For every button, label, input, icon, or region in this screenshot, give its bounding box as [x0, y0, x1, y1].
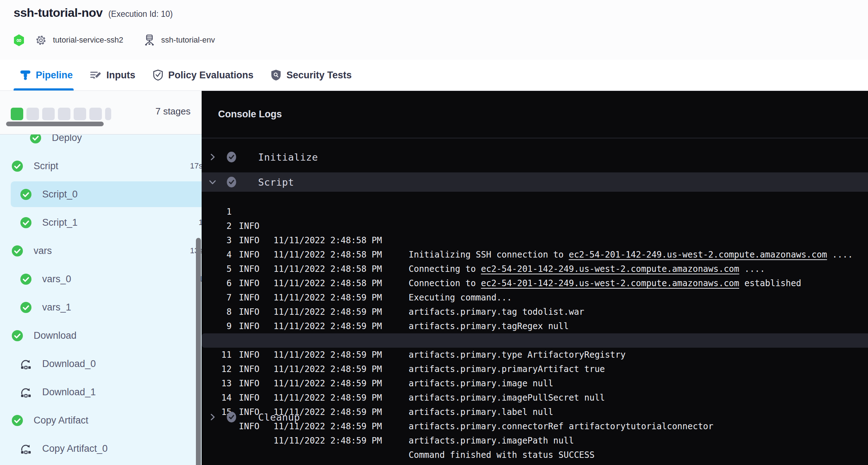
log-row[interactable]: 9 INFO 11/11/2022 2:48:59 PM artifacts.p…	[202, 305, 868, 319]
stage-label: Script	[34, 161, 58, 172]
stage-duration: 16s	[199, 218, 202, 227]
stage-minimap-square[interactable]	[105, 108, 111, 120]
stage-minimap-square[interactable]	[58, 108, 70, 120]
environment-label[interactable]: ssh-tutorial-env	[161, 35, 215, 45]
tab-label: Policy Evaluations	[168, 70, 254, 81]
stage-label: Copy Artifact_0	[42, 443, 108, 454]
stage-label: Script_1	[42, 217, 78, 228]
log-timestamp: 11/11/2022 2:48:59 PM	[273, 434, 382, 448]
stage-row[interactable]: Copy Artifact	[0, 407, 202, 433]
tab-label: Security Tests	[286, 70, 352, 81]
chevron-right-icon[interactable]	[208, 413, 217, 422]
stage-status-icon	[20, 217, 31, 228]
policy-evaluations-icon	[153, 69, 163, 81]
stage-minimap-square[interactable]	[11, 108, 23, 120]
console-divider	[202, 138, 868, 138]
stage-status-icon	[20, 443, 31, 454]
log-row[interactable]: 3 INFO 11/11/2022 2:48:58 PM Connection …	[202, 219, 868, 233]
cd-module-icon: ∞	[14, 34, 24, 46]
log-row[interactable]: 14 INFO 11/11/2022 2:48:59 PM artifacts.…	[202, 376, 868, 391]
section-label: Initialize	[258, 152, 318, 163]
console-logs-title: Console Logs	[218, 109, 282, 120]
stage-row[interactable]: vars_1 2s	[0, 294, 202, 320]
log-row[interactable]: 8 INFO 11/11/2022 2:48:59 PM artifacts.p…	[202, 290, 868, 305]
section-label: Script	[258, 177, 294, 188]
stage-minimap-square[interactable]	[74, 108, 86, 120]
stage-label: Download_1	[42, 387, 96, 398]
log-row[interactable]: 4 INFO 11/11/2022 2:48:58 PM Executing c…	[202, 233, 868, 248]
stage-row[interactable]: Script_1 16s	[0, 210, 202, 235]
stage-count-label: 7 stages	[156, 106, 191, 117]
log-row[interactable]: 10 INFO 11/11/2022 2:48:59 PM artifacts.…	[202, 319, 868, 333]
sidebar-vertical-scrollbar[interactable]	[196, 238, 201, 465]
stage-row[interactable]: Download	[0, 323, 202, 348]
tab-inputs[interactable]: Inputs	[90, 60, 135, 90]
stage-sidebar: Deploy 29s Script 17s	[0, 91, 202, 465]
stage-row[interactable]: vars 13s	[0, 238, 202, 264]
stage-label: vars_0	[42, 274, 71, 285]
service-gear-icon	[35, 35, 46, 46]
log-row[interactable]: 15 INFO 11/11/2022 2:48:59 PM Command fi…	[202, 391, 868, 405]
section-label: Cleanup	[258, 412, 300, 423]
tab-label: Inputs	[107, 70, 135, 81]
pipeline-icon	[20, 70, 31, 80]
stage-progress-block: 7 stages	[0, 91, 202, 134]
log-row[interactable]: 6 INFO 11/11/2022 2:48:59 PM artifacts.p…	[202, 262, 868, 276]
stage-status-icon	[12, 415, 23, 426]
stage-label: vars	[34, 245, 52, 256]
stage-row[interactable]: Download_1	[0, 379, 202, 405]
log-message: artifacts.primary.imagePath null	[409, 434, 574, 448]
tab-security-tests[interactable]: Security Tests	[271, 60, 352, 90]
stage-status-icon	[20, 358, 31, 369]
tab-label: Pipeline	[36, 70, 73, 81]
header-meta-row: ∞ tutorial-service-ssh2	[14, 33, 215, 47]
execution-id-label: (Execution Id: 10)	[108, 9, 173, 19]
stage-status-icon	[20, 302, 31, 313]
console-section-cleanup[interactable]: Cleanup	[202, 408, 868, 426]
stage-row[interactable]: vars_0 12s	[0, 266, 202, 292]
section-success-badge-icon	[227, 412, 236, 423]
log-row[interactable]: 11 INFO 11/11/2022 2:48:59 PM artifacts.…	[202, 333, 868, 348]
stage-selected-background	[11, 181, 202, 207]
security-tests-icon	[271, 69, 281, 81]
log-row[interactable]: 7 INFO 11/11/2022 2:48:59 PM artifacts.p…	[202, 276, 868, 290]
stage-minimap[interactable]	[11, 108, 111, 120]
section-success-badge-icon	[227, 177, 236, 188]
stage-minimap-square[interactable]	[42, 108, 55, 120]
chevron-right-icon[interactable]	[208, 153, 217, 162]
stage-label: vars_1	[42, 302, 71, 313]
console-section-script[interactable]: Script	[202, 172, 868, 192]
page-title: ssh-tutorial-nov	[14, 6, 103, 20]
stage-status-icon	[20, 189, 31, 200]
stage-status-icon	[12, 161, 23, 172]
stage-minimap-square[interactable]	[26, 108, 39, 120]
log-row[interactable]: 1 INFO 11/11/2022 2:48:58 PM Initializin…	[202, 190, 868, 205]
console-section-initialize[interactable]: Initialize	[202, 148, 868, 166]
stage-status-icon	[12, 330, 23, 341]
svg-text:∞: ∞	[16, 36, 22, 44]
inputs-icon	[90, 70, 102, 80]
service-label[interactable]: tutorial-service-ssh2	[53, 35, 123, 45]
stage-row[interactable]: Script 17s	[0, 153, 202, 179]
log-row[interactable]: 2 INFO 11/11/2022 2:48:58 PM Connecting …	[202, 205, 868, 219]
execution-page: ssh-tutorial-nov (Execution Id: 10) ∞ tu…	[0, 0, 868, 465]
minimap-horizontal-scrollbar[interactable]	[6, 122, 104, 126]
stage-status-icon	[12, 245, 23, 256]
stage-label: Download	[34, 330, 77, 341]
log-message: Command finished with status SUCCESS	[409, 448, 595, 462]
log-rows: 1 INFO 11/11/2022 2:48:58 PM Initializin…	[202, 190, 868, 405]
stage-label: Download_0	[42, 358, 96, 369]
stage-row[interactable]: Download_0	[0, 351, 202, 377]
stage-label: Script_0	[42, 189, 78, 200]
stage-status-icon	[20, 387, 31, 398]
log-row[interactable]: 12 INFO 11/11/2022 2:48:59 PM artifacts.…	[202, 348, 868, 362]
stage-duration: 17s	[190, 161, 202, 171]
tab-pipeline[interactable]: Pipeline	[20, 60, 73, 90]
tab-policy-evaluations[interactable]: Policy Evaluations	[153, 60, 254, 90]
stage-minimap-square[interactable]	[89, 108, 102, 120]
stage-row[interactable]: Script_0 9s	[0, 181, 202, 207]
log-row[interactable]: 13 INFO 11/11/2022 2:48:59 PM artifacts.…	[202, 362, 868, 376]
chevron-down-icon[interactable]	[208, 178, 217, 187]
stage-row[interactable]: Copy Artifact_0	[0, 436, 202, 461]
log-row[interactable]: 5 INFO 11/11/2022 2:48:59 PM artifacts.p…	[202, 248, 868, 262]
